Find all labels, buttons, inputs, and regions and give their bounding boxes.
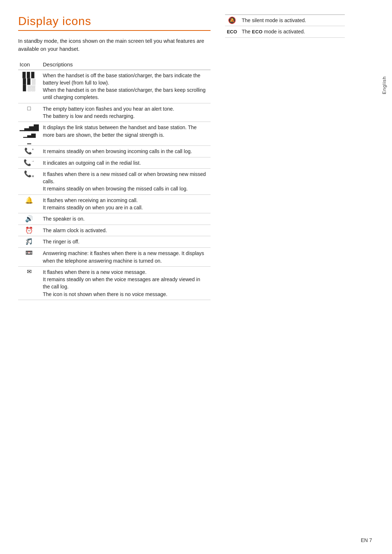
page-container: English Display icons In standby mode, t… [0,0,392,554]
desc-cell-call-outgoing: It indicates an outgoing call in the red… [41,157,211,168]
silent-mode-icon: 🔕 [226,17,237,24]
icon-cell-signal-stack: ▁▃▅▇ ▁▃▅ ▁ [18,122,41,146]
table-row: 🎵✕ The ringer is off. [18,236,211,247]
battery-low-icon: ▊░░ [23,85,35,91]
icon-cell-call-missed: 📞✕ [18,168,41,194]
signal-med-icon: ▁▃▅ [23,132,35,138]
phone-ring-icon: 🔔 [20,197,38,204]
col-icon-header: Icon [18,60,41,70]
table-row: 🔊 The speaker is on. [18,213,211,225]
alarm-icon: ⏰ [20,227,38,234]
desc-cell-alarm: The alarm clock is activated. [41,225,211,236]
page-number: EN 7 [361,537,372,543]
desc-cell-speaker: The speaker is on. [41,213,211,225]
desc-cell-phone-ring: It flashes when receiving an incoming ca… [41,194,211,213]
signal-low-icon: ▁ [27,139,31,144]
desc-cell-silent: The silent mode is activated. [240,15,345,26]
desc-cell-eco: The ECO mode is activated. [240,26,345,38]
icon-cell-answering: 📼 [18,248,41,267]
icon-cell-ringer-off: 🎵✕ [18,236,41,247]
signal-high-icon: ▁▃▅▇ [20,124,38,131]
desc-cell-voice-msg: It flashes when there is a new voice mes… [41,266,211,300]
desc-cell-answering: Answering machine: it flashes when there… [41,248,211,267]
voice-msg-icon: ✉ [20,269,38,275]
icon-cell-battery-empty: □ [18,103,41,122]
left-column: Display icons In standby mode, the icons… [18,15,221,300]
icon-cell-alarm: ⏰ [18,225,41,236]
two-col-layout: Display icons In standby mode, the icons… [18,15,374,300]
intro-text: In standby mode, the icons shown on the … [18,37,211,53]
desc-cell-battery-stack: When the handset is off the base station… [41,70,211,103]
desc-cell-battery-empty: The empty battery icon flashes and you h… [41,103,211,122]
col-desc-header: Descriptions [41,60,211,70]
table-row: ⏰ The alarm clock is activated. [18,225,211,236]
desc-cell-ringer-off: The ringer is off. [41,236,211,247]
table-row: 📞✕ It flashes when there is a new missed… [18,168,211,194]
call-outgoing-icon: 📞→ [20,160,38,166]
right-icons-table: 🔕 The silent mode is activated. ECO The … [225,15,345,38]
sidebar-label: English [381,76,387,94]
icon-cell-eco: ECO [225,26,240,38]
table-row: 📞→ It indicates an outgoing call in the … [18,157,211,168]
desc-cell-call-missed: It flashes when there is a new missed ca… [41,168,211,194]
call-missed-icon: 📞✕ [20,171,38,178]
table-row: 📼 Answering machine: it flashes when the… [18,248,211,267]
table-row: ✉ It flashes when there is a new voice m… [18,266,211,300]
icon-cell-phone-ring: 🔔 [18,194,41,213]
desc-cell-signal-stack: It displays the link status between the … [41,122,211,146]
call-incoming-icon: 📞+ [20,148,38,154]
icon-cell-call-outgoing: 📞→ [18,157,41,168]
table-row: ▁▃▅▇ ▁▃▅ ▁ It displays the link status b… [18,122,211,146]
answering-icon: 📼 [20,250,38,256]
icon-cell-speaker: 🔊 [18,213,41,225]
icon-cell-call-incoming: 📞+ [18,146,41,157]
right-column: 🔕 The silent mode is activated. ECO The … [221,15,345,300]
battery-full-icon: ▊▊▊ [23,72,36,78]
table-row: 🔕 The silent mode is activated. [225,15,345,26]
table-row: ▊▊▊ ▊▊░ ▊░░ When the handset is off the … [18,70,211,103]
signal-stack-icons: ▁▃▅▇ ▁▃▅ ▁ [20,124,38,144]
table-row: ECO The ECO mode is activated. [225,26,345,38]
battery-stack-icons: ▊▊▊ ▊▊░ ▊░░ [20,72,38,91]
battery-empty-icon: □ [20,106,38,111]
icon-cell-voice-msg: ✉ [18,266,41,300]
table-row: 📞+ It remains steadily on when browsing … [18,146,211,157]
icon-cell-silent: 🔕 [225,15,240,26]
icons-table: Icon Descriptions ▊▊▊ ▊▊░ ▊░░ [18,60,211,300]
eco-text-inline: ECO [252,29,263,34]
eco-mode-icon: ECO [226,29,237,34]
speaker-icon: 🔊 [20,216,38,222]
battery-med-icon: ▊▊░ [23,79,36,84]
desc-cell-call-incoming: It remains steadily on when browsing inc… [41,146,211,157]
table-row: □ The empty battery icon flashes and you… [18,103,211,122]
icon-cell-battery-stack: ▊▊▊ ▊▊░ ▊░░ [18,70,41,103]
ringer-off-icon: 🎵✕ [25,238,33,245]
table-row: 🔔 It flashes when receiving an incoming … [18,194,211,213]
page-title: Display icons [18,15,211,31]
